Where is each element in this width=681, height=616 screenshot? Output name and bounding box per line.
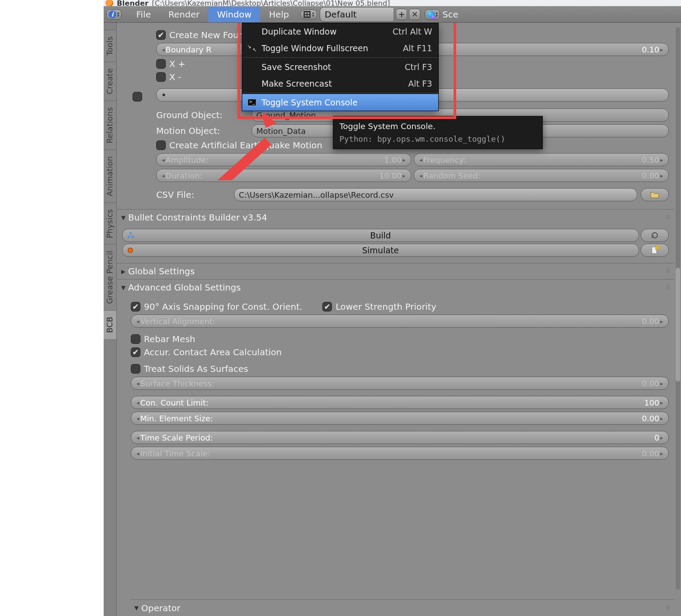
treat-solids-checkbox[interactable] — [131, 364, 140, 374]
info-header: i ▴▾ File Render Window Help ▴▾ Default … — [104, 6, 681, 23]
lower-strength-label: Lower Strength Priority — [335, 301, 436, 312]
operator-panel-header[interactable]: ▼ Operator ⠿ — [130, 599, 674, 616]
scene-icon — [427, 10, 435, 18]
tool-shelf-tabs: Tools Create Relations Animation Physics… — [104, 23, 117, 616]
advanced-global-settings-header[interactable]: ▼ Advanced Global Settings ⠿ — [117, 279, 674, 295]
chevron-updown-icon: ▴▾ — [117, 11, 119, 18]
tab-physics[interactable]: Physics — [104, 203, 116, 245]
xminus-label: X - — [169, 72, 181, 82]
simulate-button[interactable]: Simulate — [122, 244, 639, 257]
tab-create[interactable]: Create — [104, 62, 116, 101]
scrollbar-thumb[interactable] — [676, 268, 680, 382]
panel-grip-icon: ⠿ — [666, 284, 670, 290]
blender-logo-icon — [105, 0, 113, 6]
amplitude-field[interactable]: ◂Amplitude:1.00▸ — [156, 153, 411, 166]
panel-grip-icon: ⠿ — [666, 214, 670, 220]
xminus-checkbox[interactable] — [156, 72, 166, 82]
rebar-mesh-label: Rebar Mesh — [144, 334, 196, 344]
menu-save-screenshot[interactable]: Save Screenshot Ctrl F3 — [242, 59, 438, 75]
panel-grip-icon: ⠿ — [666, 268, 670, 274]
scene-selector[interactable]: ▴▾ — [425, 9, 440, 20]
window-titlebar: Blender [C:\Users\KazemianM\Desktop\Arti… — [104, 0, 681, 6]
menu-toggle-fullscreen[interactable]: Toggle Window Fullscreen Alt F11 — [242, 40, 438, 56]
lower-strength-checkbox[interactable] — [322, 302, 332, 312]
scrollbar[interactable] — [676, 27, 680, 590]
menu-make-screencast[interactable]: Make Screencast Alt F3 — [242, 75, 438, 92]
csv-file-label: CSV File: — [156, 189, 230, 200]
folder-icon — [650, 191, 660, 199]
editor-type-selector[interactable]: i ▴▾ — [106, 9, 122, 20]
csv-browse-button[interactable] — [641, 188, 669, 201]
file-path: [C:\Users\KazemianM\Desktop\Articles\Col… — [152, 0, 390, 6]
tab-animation[interactable]: Animation — [104, 150, 116, 203]
vertical-alignment-field[interactable]: ◂Vertical Alignment:0.00▸ — [131, 315, 669, 328]
menu-help[interactable]: Help — [260, 7, 298, 22]
treat-solids-label: Treat Solids As Surfaces — [144, 364, 248, 374]
disclosure-triangle-icon: ▶ — [121, 268, 126, 275]
build-button[interactable]: Build — [122, 229, 639, 242]
console-icon: >_ — [248, 99, 256, 106]
menu-window[interactable]: Window — [208, 7, 260, 22]
fullscreen-icon — [248, 44, 256, 52]
spinner-blue-icon — [127, 231, 135, 239]
rebar-mesh-checkbox[interactable] — [131, 334, 140, 344]
screen-layout-name[interactable]: Default — [320, 7, 394, 22]
chevron-updown-icon: ▴▾ — [312, 11, 314, 18]
layout-grid-icon — [304, 11, 311, 18]
tooltip-python: Python: bpy.ops.wm.console_toggle() — [339, 134, 536, 144]
time-scale-period-field[interactable]: ◂Time Scale Period:0▸ — [131, 431, 669, 444]
tab-relations[interactable]: Relations — [104, 101, 116, 150]
global-settings-header[interactable]: ▶ Global Settings ⠿ — [117, 263, 674, 279]
axis-snapping-checkbox[interactable] — [131, 302, 140, 312]
panel-grip-icon: ⠿ — [666, 605, 670, 611]
xplus-checkbox[interactable] — [156, 59, 166, 69]
tab-tools[interactable]: Tools — [104, 30, 116, 62]
window-menu-dropdown: Duplicate Window Ctrl Alt W Toggle Windo… — [242, 23, 439, 111]
xplus-label: X + — [169, 59, 185, 69]
new-file-icon: + — [650, 246, 660, 255]
tab-grease-pencil[interactable]: Grease Pencil — [104, 244, 116, 310]
chevron-updown-icon: ▴▾ — [436, 11, 438, 18]
tooltip-title: Toggle System Console. — [339, 122, 536, 131]
surface-thickness-field[interactable]: ◂Surface Thickness:0.00▸ — [131, 377, 669, 390]
artificial-earthquake-label: Create Artificial Earthquake Motion — [169, 140, 322, 150]
build-refresh-button[interactable] — [641, 229, 669, 242]
tooltip: Toggle System Console. Python: bpy.ops.w… — [333, 116, 543, 149]
menu-render[interactable]: Render — [160, 7, 208, 22]
motion-object-label: Motion Object: — [156, 126, 248, 136]
delete-layout-button[interactable]: ✕ — [409, 9, 420, 20]
accur-contact-label: Accur. Contact Area Calculation — [144, 347, 282, 357]
app-name: Blender — [117, 0, 148, 6]
record-dot-icon — [128, 248, 133, 253]
svg-text:+: + — [656, 246, 659, 250]
info-icon: i — [108, 10, 116, 18]
con-count-limit-field[interactable]: ◂Con. Count Limit:100▸ — [131, 396, 669, 409]
disclosure-triangle-icon: ▼ — [121, 214, 126, 221]
earthquake-section-toggle[interactable] — [133, 92, 142, 102]
tab-bcb[interactable]: BCB — [104, 310, 116, 339]
frequency-field[interactable]: ◂Frequency:0.50▸ — [414, 153, 669, 166]
bcb-panel-header[interactable]: ▼ Bullet Constraints Builder v3.54 ⠿ — [117, 209, 674, 225]
screen-layout-selector[interactable]: ▴▾ — [300, 10, 318, 19]
csv-file-field[interactable]: C:\Users\Kazemian...ollapse\Record.csv — [234, 188, 637, 201]
duration-field[interactable]: ◂Duration:10.00▸ — [156, 169, 411, 182]
axis-snapping-label: 90° Axis Snapping for Const. Orient. — [144, 301, 302, 312]
scene-name-field[interactable]: Sce — [443, 9, 458, 20]
simulate-new-file-button[interactable]: + — [641, 244, 669, 257]
ground-object-label: Ground Object: — [156, 110, 248, 120]
initial-time-scale-field[interactable]: ◂Initial Time Scale:0.00▸ — [131, 447, 669, 460]
menu-duplicate-window[interactable]: Duplicate Window Ctrl Alt W — [242, 23, 438, 40]
menu-toggle-system-console[interactable]: >_ Toggle System Console — [242, 94, 438, 111]
accur-contact-checkbox[interactable] — [131, 347, 140, 357]
disclosure-triangle-icon: ▼ — [134, 605, 139, 611]
min-element-size-field[interactable]: ◂Min. Element Size:0.00▸ — [131, 412, 669, 425]
menu-separator — [242, 93, 438, 93]
disclosure-triangle-icon: ▼ — [121, 284, 126, 291]
random-seed-field[interactable]: ◂Random Seed:0.00▸ — [414, 169, 669, 182]
add-layout-button[interactable]: + — [396, 9, 407, 20]
menu-file[interactable]: File — [128, 7, 160, 22]
create-foundation-checkbox[interactable] — [156, 30, 166, 40]
artificial-earthquake-checkbox[interactable] — [156, 140, 166, 150]
menu-separator — [242, 57, 438, 58]
refresh-icon — [651, 231, 659, 239]
